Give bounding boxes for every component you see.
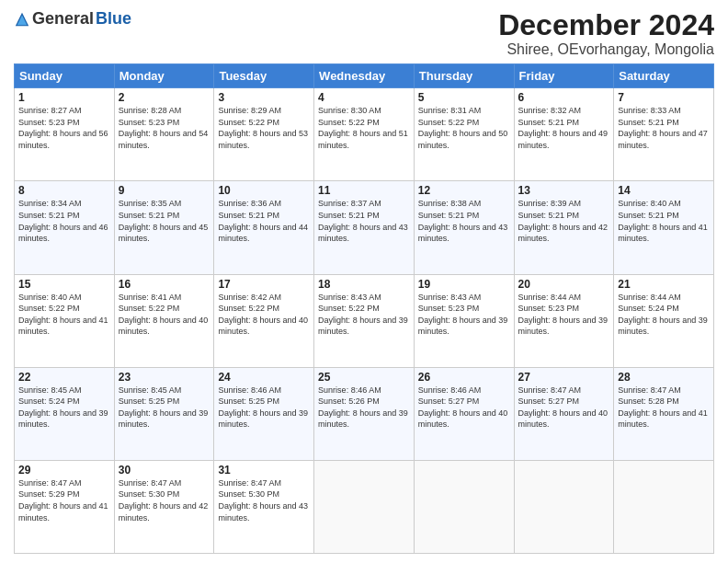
day-info: Sunrise: 8:47 AMSunset: 5:28 PMDaylight:… xyxy=(618,385,710,431)
day-info: Sunrise: 8:36 AMSunset: 5:21 PMDaylight:… xyxy=(218,198,310,244)
table-row: 24 Sunrise: 8:46 AMSunset: 5:25 PMDaylig… xyxy=(214,367,314,460)
table-row: 29 Sunrise: 8:47 AMSunset: 5:29 PMDaylig… xyxy=(15,460,115,553)
calendar-week-row: 8 Sunrise: 8:34 AMSunset: 5:21 PMDayligh… xyxy=(15,181,714,274)
day-number: 19 xyxy=(418,278,510,291)
table-row: 31 Sunrise: 8:47 AMSunset: 5:30 PMDaylig… xyxy=(214,460,314,553)
day-number: 16 xyxy=(119,278,210,291)
day-number: 18 xyxy=(318,278,410,291)
day-number: 12 xyxy=(418,184,510,197)
day-info: Sunrise: 8:28 AMSunset: 5:23 PMDaylight:… xyxy=(119,105,210,151)
day-number: 29 xyxy=(18,464,110,477)
day-number: 31 xyxy=(218,464,310,477)
table-row: 28 Sunrise: 8:47 AMSunset: 5:28 PMDaylig… xyxy=(614,367,714,460)
day-number: 13 xyxy=(518,184,610,197)
table-row: 6 Sunrise: 8:32 AMSunset: 5:21 PMDayligh… xyxy=(514,88,614,181)
day-number: 5 xyxy=(418,91,510,104)
subtitle: Shiree, OEvorhangay, Mongolia xyxy=(498,41,714,58)
day-info: Sunrise: 8:40 AMSunset: 5:22 PMDaylight:… xyxy=(18,292,110,338)
calendar-week-row: 1 Sunrise: 8:27 AMSunset: 5:23 PMDayligh… xyxy=(15,88,714,181)
logo-icon xyxy=(14,11,30,28)
col-wednesday: Wednesday xyxy=(314,64,415,88)
table-row: 13 Sunrise: 8:39 AMSunset: 5:21 PMDaylig… xyxy=(514,181,614,274)
table-row: 18 Sunrise: 8:43 AMSunset: 5:22 PMDaylig… xyxy=(314,274,415,367)
table-row: 5 Sunrise: 8:31 AMSunset: 5:22 PMDayligh… xyxy=(414,88,514,181)
day-info: Sunrise: 8:31 AMSunset: 5:22 PMDaylight:… xyxy=(418,105,510,151)
table-row xyxy=(614,460,714,553)
calendar-header-row: Sunday Monday Tuesday Wednesday Thursday… xyxy=(15,64,714,88)
calendar-week-row: 15 Sunrise: 8:40 AMSunset: 5:22 PMDaylig… xyxy=(15,274,714,367)
table-row xyxy=(414,460,514,553)
day-info: Sunrise: 8:37 AMSunset: 5:21 PMDaylight:… xyxy=(318,198,410,244)
table-row: 3 Sunrise: 8:29 AMSunset: 5:22 PMDayligh… xyxy=(214,88,314,181)
day-info: Sunrise: 8:43 AMSunset: 5:22 PMDaylight:… xyxy=(318,292,410,338)
day-number: 26 xyxy=(418,371,510,384)
day-info: Sunrise: 8:46 AMSunset: 5:27 PMDaylight:… xyxy=(418,385,510,431)
day-number: 23 xyxy=(119,371,210,384)
table-row: 1 Sunrise: 8:27 AMSunset: 5:23 PMDayligh… xyxy=(15,88,115,181)
day-number: 1 xyxy=(18,91,110,104)
table-row: 11 Sunrise: 8:37 AMSunset: 5:21 PMDaylig… xyxy=(314,181,415,274)
day-info: Sunrise: 8:41 AMSunset: 5:22 PMDaylight:… xyxy=(119,292,210,338)
day-number: 22 xyxy=(18,371,110,384)
day-number: 3 xyxy=(218,91,310,104)
table-row: 23 Sunrise: 8:45 AMSunset: 5:25 PMDaylig… xyxy=(114,367,214,460)
day-info: Sunrise: 8:29 AMSunset: 5:22 PMDaylight:… xyxy=(218,105,310,151)
day-info: Sunrise: 8:44 AMSunset: 5:24 PMDaylight:… xyxy=(618,292,710,338)
col-thursday: Thursday xyxy=(414,64,514,88)
day-info: Sunrise: 8:47 AMSunset: 5:27 PMDaylight:… xyxy=(518,385,610,431)
table-row: 10 Sunrise: 8:36 AMSunset: 5:21 PMDaylig… xyxy=(214,181,314,274)
table-row: 21 Sunrise: 8:44 AMSunset: 5:24 PMDaylig… xyxy=(614,274,714,367)
table-row: 14 Sunrise: 8:40 AMSunset: 5:21 PMDaylig… xyxy=(614,181,714,274)
day-number: 28 xyxy=(618,371,710,384)
day-info: Sunrise: 8:30 AMSunset: 5:22 PMDaylight:… xyxy=(318,105,410,151)
day-info: Sunrise: 8:47 AMSunset: 5:29 PMDaylight:… xyxy=(18,477,110,523)
day-info: Sunrise: 8:32 AMSunset: 5:21 PMDaylight:… xyxy=(518,105,610,151)
day-info: Sunrise: 8:44 AMSunset: 5:23 PMDaylight:… xyxy=(518,292,610,338)
day-info: Sunrise: 8:34 AMSunset: 5:21 PMDaylight:… xyxy=(18,198,110,244)
day-number: 10 xyxy=(218,184,310,197)
logo: GeneralBlue xyxy=(14,9,131,29)
table-row: 16 Sunrise: 8:41 AMSunset: 5:22 PMDaylig… xyxy=(114,274,214,367)
logo-blue-text: Blue xyxy=(96,9,131,29)
table-row: 26 Sunrise: 8:46 AMSunset: 5:27 PMDaylig… xyxy=(414,367,514,460)
logo-general-text: General xyxy=(32,9,94,29)
day-info: Sunrise: 8:33 AMSunset: 5:21 PMDaylight:… xyxy=(618,105,710,151)
day-number: 14 xyxy=(618,184,710,197)
day-number: 9 xyxy=(119,184,210,197)
day-info: Sunrise: 8:46 AMSunset: 5:25 PMDaylight:… xyxy=(218,385,310,431)
day-number: 30 xyxy=(119,464,210,477)
calendar-table: Sunday Monday Tuesday Wednesday Thursday… xyxy=(14,63,714,554)
table-row: 19 Sunrise: 8:43 AMSunset: 5:23 PMDaylig… xyxy=(414,274,514,367)
day-info: Sunrise: 8:47 AMSunset: 5:30 PMDaylight:… xyxy=(218,477,310,523)
day-number: 21 xyxy=(618,278,710,291)
table-row: 17 Sunrise: 8:42 AMSunset: 5:22 PMDaylig… xyxy=(214,274,314,367)
day-number: 8 xyxy=(18,184,110,197)
title-area: December 2024 Shiree, OEvorhangay, Mongo… xyxy=(498,9,714,58)
day-number: 4 xyxy=(318,91,410,104)
day-number: 11 xyxy=(318,184,410,197)
table-row: 8 Sunrise: 8:34 AMSunset: 5:21 PMDayligh… xyxy=(15,181,115,274)
day-info: Sunrise: 8:45 AMSunset: 5:24 PMDaylight:… xyxy=(18,385,110,431)
col-friday: Friday xyxy=(514,64,614,88)
table-row: 7 Sunrise: 8:33 AMSunset: 5:21 PMDayligh… xyxy=(614,88,714,181)
day-number: 25 xyxy=(318,371,410,384)
day-info: Sunrise: 8:42 AMSunset: 5:22 PMDaylight:… xyxy=(218,292,310,338)
table-row: 30 Sunrise: 8:47 AMSunset: 5:30 PMDaylig… xyxy=(114,460,214,553)
day-number: 27 xyxy=(518,371,610,384)
col-monday: Monday xyxy=(114,64,214,88)
col-saturday: Saturday xyxy=(614,64,714,88)
day-info: Sunrise: 8:35 AMSunset: 5:21 PMDaylight:… xyxy=(119,198,210,244)
table-row: 12 Sunrise: 8:38 AMSunset: 5:21 PMDaylig… xyxy=(414,181,514,274)
day-number: 6 xyxy=(518,91,610,104)
table-row: 9 Sunrise: 8:35 AMSunset: 5:21 PMDayligh… xyxy=(114,181,214,274)
day-info: Sunrise: 8:38 AMSunset: 5:21 PMDaylight:… xyxy=(418,198,510,244)
table-row xyxy=(514,460,614,553)
page: GeneralBlue December 2024 Shiree, OEvorh… xyxy=(0,0,728,563)
table-row xyxy=(314,460,415,553)
day-info: Sunrise: 8:39 AMSunset: 5:21 PMDaylight:… xyxy=(518,198,610,244)
day-info: Sunrise: 8:43 AMSunset: 5:23 PMDaylight:… xyxy=(418,292,510,338)
table-row: 2 Sunrise: 8:28 AMSunset: 5:23 PMDayligh… xyxy=(114,88,214,181)
day-info: Sunrise: 8:47 AMSunset: 5:30 PMDaylight:… xyxy=(119,477,210,523)
day-info: Sunrise: 8:46 AMSunset: 5:26 PMDaylight:… xyxy=(318,385,410,431)
table-row: 27 Sunrise: 8:47 AMSunset: 5:27 PMDaylig… xyxy=(514,367,614,460)
